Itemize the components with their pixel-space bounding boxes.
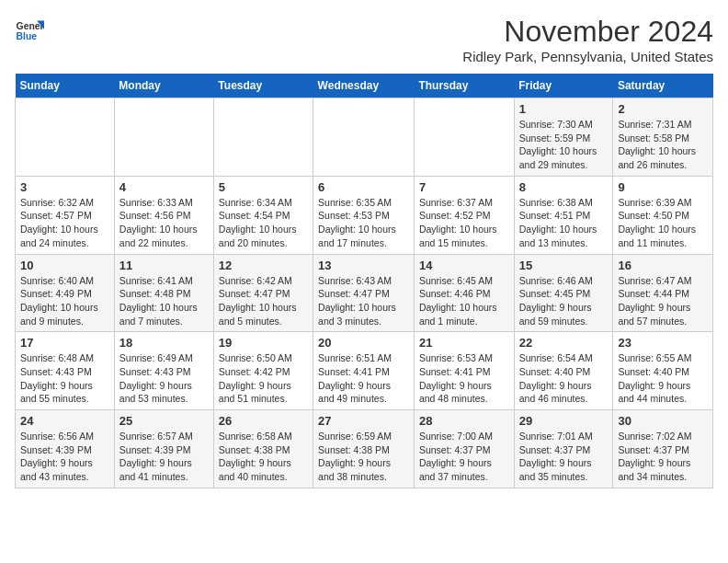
cell-info: Sunrise: 6:47 AM Sunset: 4:44 PM Dayligh…	[618, 274, 708, 328]
svg-text:Blue: Blue	[17, 31, 38, 41]
calendar-cell: 23Sunrise: 6:55 AM Sunset: 4:40 PM Dayli…	[613, 332, 713, 410]
header-monday: Monday	[114, 74, 213, 98]
calendar-cell: 5Sunrise: 6:34 AM Sunset: 4:54 PM Daylig…	[213, 176, 313, 254]
calendar-cell: 14Sunrise: 6:45 AM Sunset: 4:46 PM Dayli…	[414, 254, 514, 332]
day-number: 6	[318, 180, 409, 194]
day-number: 13	[318, 259, 409, 272]
cell-info: Sunrise: 7:30 AM Sunset: 5:59 PM Dayligh…	[519, 118, 609, 172]
cell-info: Sunrise: 6:58 AM Sunset: 4:38 PM Dayligh…	[219, 430, 308, 484]
cell-info: Sunrise: 6:57 AM Sunset: 4:39 PM Dayligh…	[119, 430, 209, 484]
calendar-cell: 27Sunrise: 6:59 AM Sunset: 4:38 PM Dayli…	[313, 410, 415, 488]
cell-info: Sunrise: 7:31 AM Sunset: 5:58 PM Dayligh…	[618, 118, 708, 172]
calendar-cell	[16, 98, 115, 177]
calendar-cell: 1Sunrise: 7:30 AM Sunset: 5:59 PM Daylig…	[514, 98, 613, 177]
day-number: 14	[419, 259, 509, 272]
day-number: 15	[519, 259, 609, 272]
location-subtitle: Ridley Park, Pennsylvania, United States	[462, 49, 713, 64]
cell-info: Sunrise: 6:37 AM Sunset: 4:52 PM Dayligh…	[419, 196, 509, 250]
day-number: 4	[119, 180, 209, 194]
day-number: 11	[119, 259, 209, 272]
day-number: 30	[618, 414, 708, 428]
calendar-cell: 12Sunrise: 6:42 AM Sunset: 4:47 PM Dayli…	[213, 254, 313, 332]
cell-info: Sunrise: 6:41 AM Sunset: 4:48 PM Dayligh…	[119, 274, 209, 328]
day-number: 5	[219, 180, 308, 194]
calendar-cell: 11Sunrise: 6:41 AM Sunset: 4:48 PM Dayli…	[114, 254, 213, 332]
cell-info: Sunrise: 7:02 AM Sunset: 4:37 PM Dayligh…	[618, 430, 708, 484]
week-row-2: 3Sunrise: 6:32 AM Sunset: 4:57 PM Daylig…	[16, 176, 713, 254]
header-tuesday: Tuesday	[213, 74, 313, 98]
cell-info: Sunrise: 6:42 AM Sunset: 4:47 PM Dayligh…	[219, 274, 308, 328]
calendar-cell: 29Sunrise: 7:01 AM Sunset: 4:37 PM Dayli…	[514, 410, 613, 488]
day-number: 8	[519, 180, 609, 194]
cell-info: Sunrise: 6:49 AM Sunset: 4:43 PM Dayligh…	[119, 351, 209, 406]
calendar-cell: 25Sunrise: 6:57 AM Sunset: 4:39 PM Dayli…	[114, 410, 213, 488]
calendar-cell: 18Sunrise: 6:49 AM Sunset: 4:43 PM Dayli…	[114, 332, 213, 410]
day-number: 29	[519, 414, 609, 428]
calendar-cell: 21Sunrise: 6:53 AM Sunset: 4:41 PM Dayli…	[414, 332, 514, 410]
day-number: 28	[419, 414, 509, 428]
cell-info: Sunrise: 6:32 AM Sunset: 4:57 PM Dayligh…	[20, 196, 109, 250]
cell-info: Sunrise: 6:33 AM Sunset: 4:56 PM Dayligh…	[119, 196, 209, 250]
calendar-cell: 24Sunrise: 6:56 AM Sunset: 4:39 PM Dayli…	[16, 410, 115, 488]
calendar-cell: 22Sunrise: 6:54 AM Sunset: 4:40 PM Dayli…	[514, 332, 613, 410]
cell-info: Sunrise: 6:34 AM Sunset: 4:54 PM Dayligh…	[219, 196, 308, 250]
day-number: 20	[318, 336, 409, 350]
header-wednesday: Wednesday	[313, 74, 415, 98]
header-sunday: Sunday	[16, 74, 115, 98]
day-number: 7	[419, 180, 509, 194]
cell-info: Sunrise: 6:39 AM Sunset: 4:50 PM Dayligh…	[618, 196, 708, 250]
calendar-cell: 9Sunrise: 6:39 AM Sunset: 4:50 PM Daylig…	[613, 176, 713, 254]
month-title: November 2024	[462, 15, 713, 49]
calendar-cell: 16Sunrise: 6:47 AM Sunset: 4:44 PM Dayli…	[613, 254, 713, 332]
calendar-cell	[114, 98, 213, 177]
cell-info: Sunrise: 6:55 AM Sunset: 4:40 PM Dayligh…	[618, 351, 708, 406]
day-number: 9	[618, 180, 708, 194]
cell-info: Sunrise: 7:00 AM Sunset: 4:37 PM Dayligh…	[419, 430, 509, 484]
calendar-cell: 26Sunrise: 6:58 AM Sunset: 4:38 PM Dayli…	[213, 410, 313, 488]
header-thursday: Thursday	[414, 74, 514, 98]
calendar-table: SundayMondayTuesdayWednesdayThursdayFrid…	[15, 74, 713, 488]
day-number: 21	[419, 336, 509, 350]
day-number: 22	[519, 336, 609, 350]
calendar-cell: 13Sunrise: 6:43 AM Sunset: 4:47 PM Dayli…	[313, 254, 415, 332]
day-number: 12	[219, 259, 308, 272]
day-number: 24	[20, 414, 109, 428]
cell-info: Sunrise: 6:43 AM Sunset: 4:47 PM Dayligh…	[318, 274, 409, 328]
calendar-cell: 30Sunrise: 7:02 AM Sunset: 4:37 PM Dayli…	[613, 410, 713, 488]
calendar-cell: 28Sunrise: 7:00 AM Sunset: 4:37 PM Dayli…	[414, 410, 514, 488]
day-number: 27	[318, 414, 409, 428]
week-row-5: 24Sunrise: 6:56 AM Sunset: 4:39 PM Dayli…	[16, 410, 713, 488]
calendar-cell: 7Sunrise: 6:37 AM Sunset: 4:52 PM Daylig…	[414, 176, 514, 254]
day-number: 19	[219, 336, 308, 350]
header-saturday: Saturday	[613, 74, 713, 98]
day-number: 3	[20, 180, 109, 194]
calendar-cell: 4Sunrise: 6:33 AM Sunset: 4:56 PM Daylig…	[114, 176, 213, 254]
calendar-cell	[313, 98, 415, 177]
calendar-cell: 17Sunrise: 6:48 AM Sunset: 4:43 PM Dayli…	[16, 332, 115, 410]
calendar-cell: 15Sunrise: 6:46 AM Sunset: 4:45 PM Dayli…	[514, 254, 613, 332]
cell-info: Sunrise: 6:50 AM Sunset: 4:42 PM Dayligh…	[219, 351, 308, 406]
cell-info: Sunrise: 6:56 AM Sunset: 4:39 PM Dayligh…	[20, 430, 109, 484]
cell-info: Sunrise: 6:40 AM Sunset: 4:49 PM Dayligh…	[20, 274, 109, 328]
calendar-cell: 10Sunrise: 6:40 AM Sunset: 4:49 PM Dayli…	[16, 254, 115, 332]
cell-info: Sunrise: 6:46 AM Sunset: 4:45 PM Dayligh…	[519, 274, 609, 328]
cell-info: Sunrise: 6:51 AM Sunset: 4:41 PM Dayligh…	[318, 351, 409, 406]
calendar-cell	[414, 98, 514, 177]
day-number: 16	[618, 259, 708, 272]
day-number: 18	[119, 336, 209, 350]
cell-info: Sunrise: 6:45 AM Sunset: 4:46 PM Dayligh…	[419, 274, 509, 328]
week-row-3: 10Sunrise: 6:40 AM Sunset: 4:49 PM Dayli…	[16, 254, 713, 332]
day-number: 25	[119, 414, 209, 428]
day-number: 2	[618, 102, 708, 116]
logo: General Blue	[15, 15, 44, 44]
week-row-1: 1Sunrise: 7:30 AM Sunset: 5:59 PM Daylig…	[16, 98, 713, 177]
day-number: 17	[20, 336, 109, 350]
week-row-4: 17Sunrise: 6:48 AM Sunset: 4:43 PM Dayli…	[16, 332, 713, 410]
day-number: 23	[618, 336, 708, 350]
day-number: 1	[519, 102, 609, 116]
cell-info: Sunrise: 6:48 AM Sunset: 4:43 PM Dayligh…	[20, 351, 109, 406]
cell-info: Sunrise: 6:35 AM Sunset: 4:53 PM Dayligh…	[318, 196, 409, 250]
cell-info: Sunrise: 6:38 AM Sunset: 4:51 PM Dayligh…	[519, 196, 609, 250]
calendar-cell	[213, 98, 313, 177]
calendar-cell: 20Sunrise: 6:51 AM Sunset: 4:41 PM Dayli…	[313, 332, 415, 410]
